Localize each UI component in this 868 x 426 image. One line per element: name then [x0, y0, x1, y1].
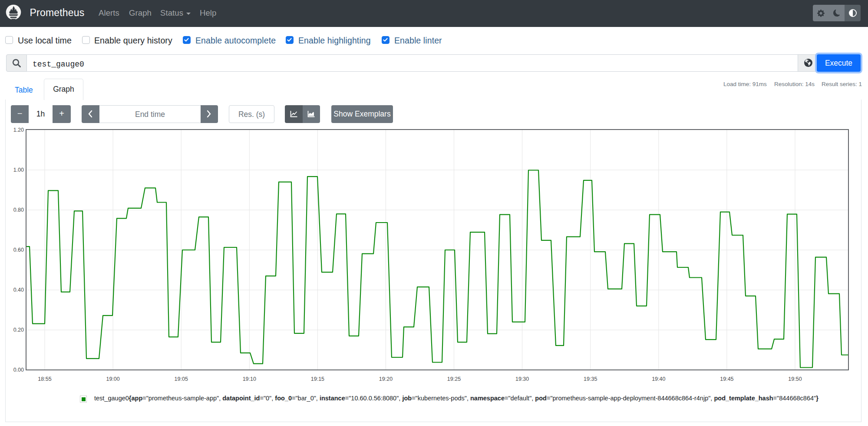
svg-text:19:30: 19:30 — [515, 376, 529, 382]
svg-text:19:05: 19:05 — [175, 376, 188, 382]
svg-text:19:25: 19:25 — [447, 376, 461, 382]
svg-text:19:45: 19:45 — [720, 376, 733, 382]
svg-text:1.20: 1.20 — [13, 127, 24, 133]
svg-text:19:10: 19:10 — [243, 376, 256, 382]
svg-text:0.40: 0.40 — [13, 287, 24, 293]
svg-text:19:50: 19:50 — [788, 376, 802, 382]
svg-text:0.80: 0.80 — [13, 207, 24, 213]
svg-text:1.00: 1.00 — [13, 167, 24, 173]
svg-text:19:15: 19:15 — [311, 376, 324, 382]
svg-text:19:35: 19:35 — [584, 376, 597, 382]
svg-text:0.60: 0.60 — [13, 247, 24, 253]
svg-text:19:20: 19:20 — [379, 376, 393, 382]
svg-text:0.20: 0.20 — [13, 327, 24, 333]
svg-text:19:40: 19:40 — [652, 376, 665, 382]
svg-text:18:55: 18:55 — [38, 376, 51, 382]
svg-text:19:00: 19:00 — [106, 376, 119, 382]
svg-text:0.00: 0.00 — [13, 367, 24, 373]
